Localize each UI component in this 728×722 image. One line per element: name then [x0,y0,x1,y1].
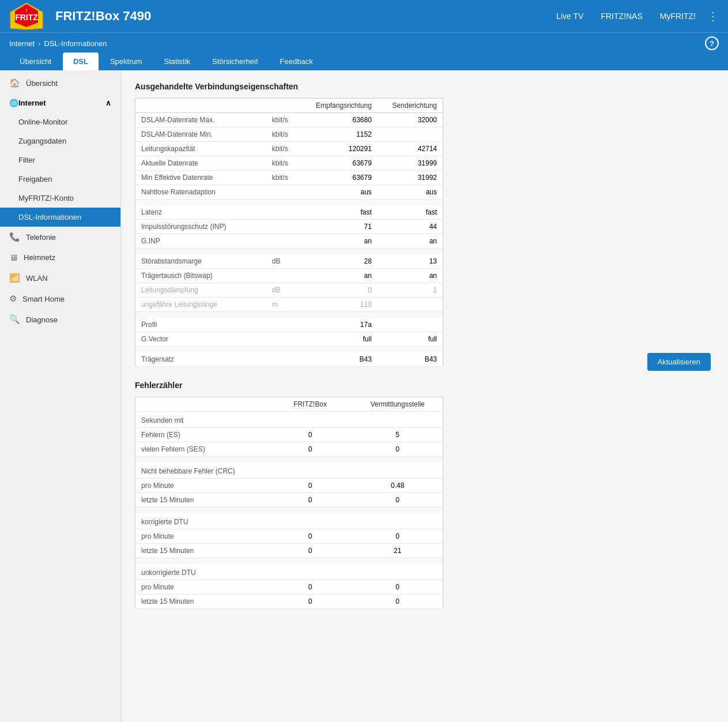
row-unit [266,318,299,332]
svg-text:FRITZ: FRITZ [15,13,38,22]
table-row: Leitungskapazität kbit/s 120291 42714 [135,142,443,156]
error-row-vermittlung: 0 [352,442,443,457]
row-unit [266,332,299,347]
sidebar-item-heimnetz[interactable]: 🖥 Heimnetz [0,247,120,268]
table-row: Impulsstörungsschutz (INP) 71 44 [135,220,443,234]
breadcrumb-bar: Internet › DSL-Informationen ? [0,32,728,52]
breadcrumb: Internet › DSL-Informationen [9,39,107,50]
table-row: Min Effektive Datenrate kbit/s 63679 319… [135,171,443,185]
row-empfang: aus [299,185,378,200]
table-row: korrigierte DTU [135,513,443,529]
row-unit: kbit/s [266,127,299,142]
tabs-bar: Übersicht DSL Spektrum Statistik Störsic… [0,52,728,70]
col-empfang-header: Empfangsrichtung [299,99,378,113]
error-row-vermittlung: 0 [352,595,443,609]
error-row-fritzbox: 0 [268,442,353,457]
row-sende [378,318,443,332]
aktualisieren-button[interactable]: Aktualisieren [647,353,711,371]
row-empfang: an [299,269,378,283]
breadcrumb-item-internet[interactable]: Internet [9,39,35,48]
tab-spektrum[interactable]: Spektrum [100,52,153,70]
table-row: pro Minute 0 0.48 [135,479,443,493]
table-row: Latenz fast fast [135,205,443,220]
tab-feedback[interactable]: Feedback [270,52,323,70]
error-row-vermittlung: 0 [352,580,443,595]
row-unit: kbit/s [266,156,299,171]
tab-ubersicht[interactable]: Übersicht [9,52,62,70]
sidebar-item-smarthome[interactable]: ⚙ Smart Home [0,288,120,309]
sidebar-item-ubersicht[interactable]: 🏠 Übersicht [0,73,120,93]
sidebar-item-freigaben[interactable]: Freigaben [0,170,120,189]
row-sende: 13 [378,254,443,269]
home-icon: 🏠 [9,78,20,88]
sidebar-item-filter[interactable]: Filter [0,151,120,170]
row-empfang: 63679 [299,171,378,185]
nav-fritznas[interactable]: FRITZ!NAS [601,12,642,21]
table-row: ungefähre Leitungslänge m 110 [135,298,443,312]
row-unit [266,220,299,234]
sidebar: 🏠 Übersicht 🌐 Internet ∧ Online-Monitor … [0,70,121,722]
svg-text:!: ! [26,7,28,13]
heimnetz-icon: 🖥 [9,253,18,262]
sidebar-item-myfritz-konto[interactable]: MyFRITZ!-Konto [0,189,120,208]
error-group-header: Sekunden mit [135,412,443,428]
nav-myfritz[interactable]: MyFRITZ! [660,12,696,21]
sidebar-item-wlan[interactable]: 📶 WLAN [0,268,120,288]
error-row-label: Fehlern (ES) [135,428,268,442]
sidebar-item-zugangsdaten[interactable]: Zugangsdaten [0,131,120,151]
sidebar-item-internet[interactable]: 🌐 Internet ∧ [0,93,120,112]
row-label: Nahtlose Ratenadaption [135,185,266,200]
row-label: G.INP [135,234,266,249]
col-unit-header [266,99,299,113]
fritz-logo: FRITZ ! [9,2,44,31]
table-row [135,312,443,318]
nav-livetv[interactable]: Live TV [556,12,583,21]
table-row [135,507,443,514]
row-sende: B43 [378,352,443,367]
error-row-label: pro Minute [135,479,268,493]
err-col-label-header [135,397,268,412]
row-empfang: 0 [299,283,378,298]
sidebar-item-diagnose[interactable]: 🔍 Diagnose [0,309,120,330]
tab-statistik[interactable]: Statistik [154,52,201,70]
table-row: Leitungsdämpfung dB 0 1 [135,283,443,298]
sidebar-item-telefonie[interactable]: 📞 Telefonie [0,227,120,247]
table-row: Nicht behebbare Fehler (CRC) [135,462,443,479]
error-row-label: letzte 15 Minuten [135,595,268,609]
sidebar-item-dsl-informationen[interactable]: DSL-Informationen [0,208,120,227]
menu-icon[interactable]: ⋮ [707,9,719,23]
error-row-vermittlung: 5 [352,428,443,442]
main-layout: 🏠 Übersicht 🌐 Internet ∧ Online-Monitor … [0,70,728,722]
row-unit: m [266,298,299,312]
sidebar-item-online-monitor[interactable]: Online-Monitor [0,112,120,131]
help-icon[interactable]: ? [705,36,719,50]
header: FRITZ ! FRITZ!Box 7490 Live TV FRITZ!NAS… [0,0,728,32]
row-unit [266,205,299,220]
row-empfang: an [299,234,378,249]
table-row: letzte 15 Minuten 0 0 [135,493,443,507]
row-sende: an [378,234,443,249]
error-table: FRITZ!Box Vermittlungsstelle Sekunden mi… [135,397,443,609]
table-row: DSLAM-Datenrate Min. kbit/s 1152 [135,127,443,142]
table-row [135,558,443,565]
error-row-label: pro Minute [135,580,268,595]
error-row-vermittlung: 0.48 [352,479,443,493]
row-empfang: 17a [299,318,378,332]
error-group-header: Nicht behebbare Fehler (CRC) [135,462,443,479]
table-row [135,347,443,353]
row-unit: kbit/s [266,113,299,127]
tab-dsl[interactable]: DSL [63,52,99,70]
header-nav: Live TV FRITZ!NAS MyFRITZ! [556,12,696,21]
row-unit [266,352,299,367]
tab-storsicherheit[interactable]: Störsicherheit [202,52,268,70]
error-row-label: letzte 15 Minuten [135,493,268,507]
row-label: Impulsstörungsschutz (INP) [135,220,266,234]
table-row: letzte 15 Minuten 0 21 [135,544,443,558]
content-area: Ausgehandelte Verbindungseigenschaften E… [121,70,728,722]
row-unit: kbit/s [266,171,299,185]
row-sende: 42714 [378,142,443,156]
error-row-vermittlung: 0 [352,493,443,507]
row-sende: 1 [378,283,443,298]
row-unit [266,185,299,200]
wlan-icon: 📶 [9,273,20,283]
